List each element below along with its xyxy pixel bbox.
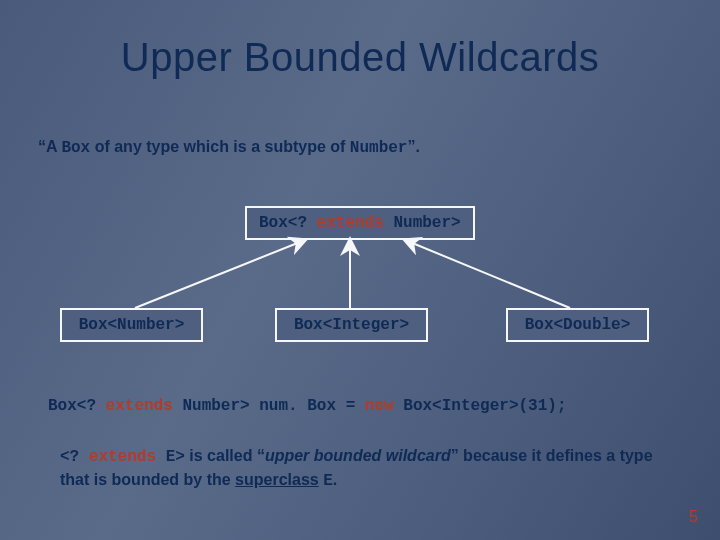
code-number: Number [350,139,408,157]
box-number-type: Box<Number> [60,308,203,342]
box-double-type: Box<Double> [506,308,649,342]
keyword-extends: extends [106,397,173,415]
text: of any type which is a subtype of [90,138,350,155]
svg-line-2 [405,240,570,308]
keyword-new: new [365,397,394,415]
text: Box<? [259,214,317,232]
svg-line-0 [135,240,305,308]
text: Number> [384,214,461,232]
text: ”. [407,138,419,155]
term-underline: superclass [235,471,319,488]
code-fragment: <? extends E> [60,448,185,466]
text: Box<? [48,397,106,415]
text: E> [156,448,185,466]
text: is called “ [185,447,265,464]
code-box: Box [61,139,90,157]
text: Box<Integer>(31); [394,397,567,415]
text: . [333,471,337,488]
keyword-extends: extends [317,214,384,232]
code-e: E [323,472,333,490]
slide: Upper Bounded Wildcards “A Box of any ty… [0,0,720,540]
box-integer-type: Box<Integer> [275,308,428,342]
keyword-extends: extends [89,448,156,466]
subtitle-sentence: “A Box of any type which is a subtype of… [38,138,420,157]
text: <? [60,448,89,466]
text: “A [38,138,61,155]
page-number: 5 [689,508,698,526]
inheritance-arrows [0,230,720,320]
slide-title: Upper Bounded Wildcards [0,35,720,80]
explanation-text: <? extends E> is called “upper bounded w… [60,445,675,492]
code-declaration: Box<? extends Number> num. Box = new Box… [48,397,567,415]
text: Number> num. Box = [173,397,365,415]
term-italic: upper bounded wildcard [265,447,451,464]
box-parent-type: Box<? extends Number> [245,206,475,240]
